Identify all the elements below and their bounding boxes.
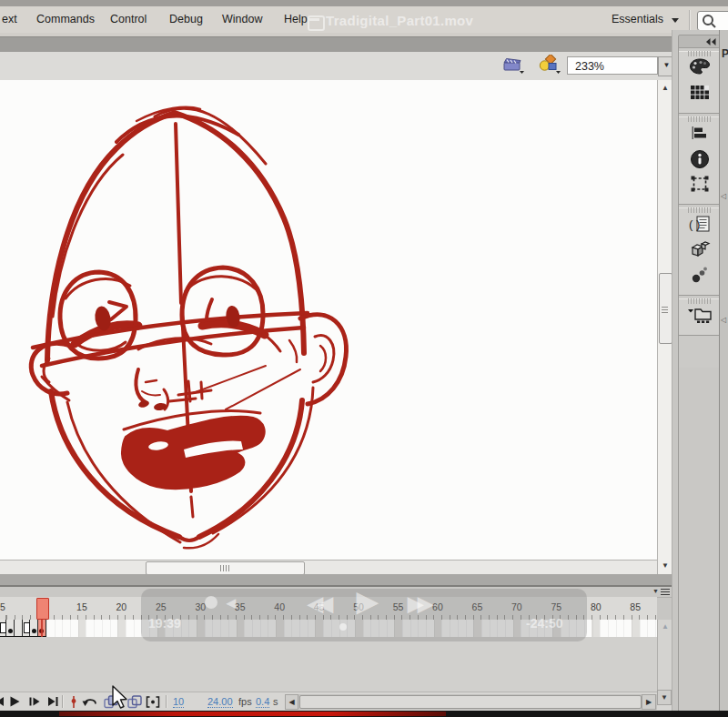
menu-item-text-partial[interactable]: ext bbox=[2, 6, 17, 33]
info-icon bbox=[690, 149, 710, 169]
video-progress-fill bbox=[59, 712, 446, 716]
go-to-last-frame-button[interactable] bbox=[46, 695, 62, 709]
menu-item-commands[interactable]: Commands bbox=[36, 6, 95, 33]
elapsed-time-value[interactable]: 0.4 bbox=[256, 696, 269, 708]
volume-icon: ◀ bbox=[227, 596, 236, 610]
divider bbox=[62, 695, 63, 708]
video-remaining-time: -24:50 bbox=[526, 616, 562, 631]
swatches-panel-button[interactable] bbox=[684, 84, 715, 107]
stage-drawing-scared-face bbox=[0, 80, 364, 553]
color-panel-button[interactable] bbox=[684, 58, 715, 82]
menu-bar: extCommandsControlDebugWindowHelp Tradig… bbox=[0, 6, 728, 34]
h-scrollbar-thumb[interactable] bbox=[146, 561, 305, 575]
gripper-dots-icon[interactable] bbox=[688, 207, 712, 213]
scroll-down-icon[interactable]: ▼ bbox=[658, 561, 672, 570]
properties-panel-edge: P ◁ ◁ bbox=[719, 30, 728, 712]
keyframe-dot-icon bbox=[8, 629, 13, 633]
stage-vertical-scrollbar[interactable]: ▲ ▼ bbox=[657, 80, 672, 574]
elapsed-time-unit: s bbox=[273, 696, 278, 707]
swatches-grid-icon bbox=[690, 85, 710, 100]
divider bbox=[166, 695, 167, 708]
components-icon bbox=[689, 240, 711, 258]
play-icon: ▶ bbox=[357, 585, 378, 617]
dock-group-1 bbox=[679, 51, 721, 114]
library-folder-icon bbox=[687, 306, 713, 324]
onion-outline-icon bbox=[127, 695, 143, 709]
onion-skin-outlines-button[interactable] bbox=[127, 695, 144, 709]
window-top-edge bbox=[0, 0, 728, 6]
keyframe-dot-icon bbox=[32, 629, 36, 633]
library-panel-button[interactable] bbox=[684, 306, 715, 329]
timeline-h-scrollbar-thumb[interactable] bbox=[299, 695, 642, 709]
flash-application-window: extCommandsControlDebugWindowHelp Tradig… bbox=[0, 0, 728, 717]
timeline-empty-area bbox=[0, 637, 657, 692]
gripper-dots-icon[interactable] bbox=[688, 51, 712, 56]
video-progress-bar bbox=[0, 711, 728, 717]
frame-9-keyframe[interactable] bbox=[30, 620, 38, 636]
gripper-dots-icon[interactable] bbox=[688, 298, 712, 304]
scroll-left-icon[interactable]: ◀ bbox=[285, 694, 298, 710]
panel-splitter[interactable] bbox=[0, 574, 672, 587]
rewind-icon: ◀◀ bbox=[308, 592, 328, 616]
playhead[interactable] bbox=[36, 598, 49, 620]
v-scrollbar-thumb[interactable] bbox=[659, 273, 672, 344]
edit-multiple-frames-button[interactable] bbox=[146, 695, 162, 709]
double-left-arrow-icon bbox=[704, 37, 717, 46]
grip-icon bbox=[220, 565, 231, 571]
frame-6-keyframe[interactable] bbox=[6, 620, 15, 636]
stage-canvas[interactable] bbox=[0, 80, 657, 560]
transform-icon bbox=[690, 175, 710, 193]
play-icon bbox=[7, 695, 22, 708]
transform-panel-button[interactable] bbox=[684, 175, 715, 198]
properties-partial-label: P bbox=[722, 47, 728, 60]
stage-horizontal-scrollbar[interactable] bbox=[0, 560, 657, 575]
menu-item-debug[interactable]: Debug bbox=[169, 6, 203, 33]
search-input[interactable] bbox=[697, 11, 728, 31]
align-panel-button[interactable] bbox=[684, 124, 715, 147]
color-palette-icon bbox=[689, 58, 711, 75]
menu-item-control[interactable]: Control bbox=[110, 6, 147, 33]
zoom-level-input[interactable]: 233% bbox=[567, 56, 658, 75]
panel-expander-icon: ◁ bbox=[721, 316, 726, 324]
go-end-icon bbox=[46, 695, 60, 708]
panel-expander-icon: ◁ bbox=[721, 192, 726, 200]
edit-symbols-button[interactable] bbox=[538, 55, 561, 78]
dock-icon-column: ( ) bbox=[678, 47, 722, 369]
frame-rate-value[interactable]: 24.00 bbox=[207, 696, 233, 708]
go-to-first-frame-button[interactable] bbox=[0, 695, 7, 709]
scroll-up-icon[interactable]: ▲ bbox=[658, 84, 672, 92]
dock-empty-area bbox=[678, 368, 722, 717]
menu-item-window[interactable]: Window bbox=[222, 6, 262, 33]
info-panel-button[interactable] bbox=[684, 149, 715, 173]
loop-button[interactable] bbox=[80, 695, 96, 709]
chevron-down-icon[interactable] bbox=[672, 18, 679, 23]
play-button[interactable] bbox=[7, 695, 24, 709]
edit-scene-button[interactable] bbox=[502, 56, 524, 77]
scrub-dot-icon bbox=[339, 623, 347, 631]
gripper-dots-icon[interactable] bbox=[688, 116, 712, 122]
ruler-label-5: 5 bbox=[0, 601, 5, 612]
scroll-right-icon[interactable]: ▶ bbox=[642, 694, 656, 710]
motion-presets-panel-button[interactable] bbox=[684, 266, 715, 289]
scroll-up-icon[interactable]: ▲ bbox=[658, 622, 672, 631]
step-forward-button[interactable] bbox=[27, 695, 44, 709]
video-elapsed-time: 19:39 bbox=[148, 616, 181, 631]
edit-multi-icon bbox=[146, 695, 160, 709]
record-dot-icon bbox=[205, 596, 217, 609]
current-frame-value[interactable]: 10 bbox=[173, 696, 184, 708]
panel-menu-icon[interactable]: ▼ bbox=[652, 588, 659, 594]
components-panel-button[interactable] bbox=[684, 240, 715, 264]
frame-7-span[interactable] bbox=[15, 620, 23, 636]
code-snippets-icon: ( ) bbox=[689, 215, 711, 233]
scroll-down-icon[interactable]: ▼ bbox=[657, 690, 672, 705]
panel-menu-lines-icon[interactable] bbox=[661, 589, 670, 595]
loop-icon bbox=[80, 695, 100, 709]
menu-item-help[interactable]: Help bbox=[284, 6, 308, 33]
workspace-switcher[interactable]: Essentials bbox=[612, 6, 663, 33]
frame-5-span-end[interactable] bbox=[0, 620, 6, 636]
magnifier-icon bbox=[701, 13, 717, 29]
frame-rate-unit: fps bbox=[238, 696, 252, 707]
frame-8-span-end[interactable] bbox=[23, 620, 31, 636]
center-pin-icon bbox=[67, 695, 80, 709]
code-snippets-panel-button[interactable]: ( ) bbox=[684, 215, 715, 238]
